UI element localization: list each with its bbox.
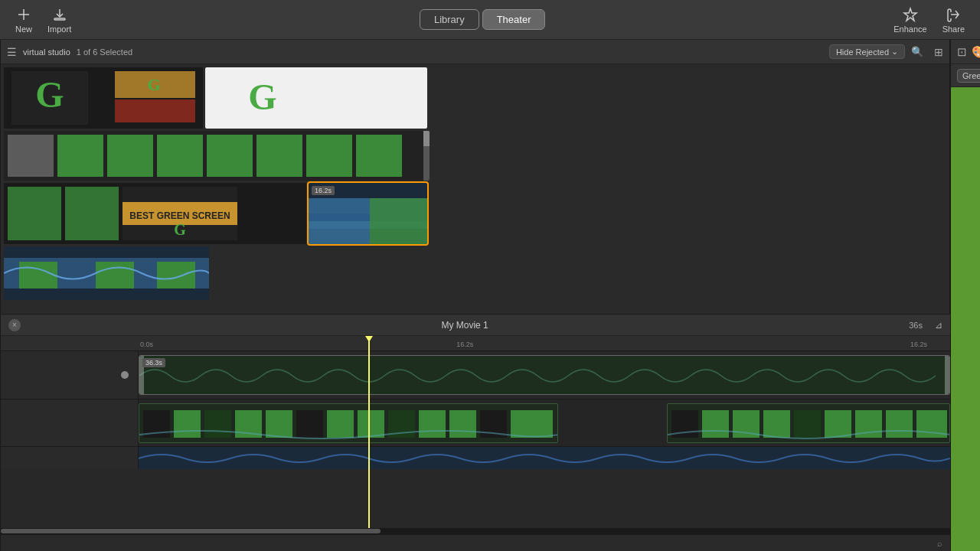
crop-icon[interactable]: ⊡ <box>957 45 967 59</box>
svg-text:G: G <box>248 77 276 117</box>
svg-rect-58 <box>702 410 729 438</box>
track-label-main <box>1 351 139 399</box>
svg-rect-47 <box>266 410 292 438</box>
preview-toolbar: ⊡ 🎨 ◎ ⊞ 📷 🔊 📊 ↺ ⬤ ℹ <box>951 40 980 64</box>
svg-rect-62 <box>825 410 851 438</box>
main-video-clip[interactable]: 36.3s <box>139 355 950 395</box>
audio-track-content <box>139 447 950 469</box>
svg-text:G: G <box>174 221 186 238</box>
list-view-icon[interactable]: ☰ <box>7 46 17 58</box>
playhead-ruler <box>368 336 370 351</box>
svg-rect-16 <box>157 135 203 177</box>
svg-rect-37 <box>19 262 57 289</box>
media-thumb-4[interactable]: BEST GREEN SCREEN G <box>4 183 306 244</box>
svg-rect-49 <box>327 410 354 438</box>
toolbar-left: New Import <box>15 6 71 34</box>
chroma-key-toolbar: Green/Blue Screen ▼ Softness: Clean-up: … <box>951 64 980 87</box>
toolbar-tabs: Library Theater <box>420 9 546 30</box>
ruler-label-end: 16.2s <box>910 341 927 348</box>
media-grid: G G G <box>1 64 949 314</box>
timeline-duration: 36s <box>909 321 923 330</box>
svg-rect-34 <box>370 198 427 244</box>
timeline-tracks[interactable]: 36.3s <box>1 351 950 528</box>
svg-rect-24 <box>8 187 61 240</box>
timeline-close-button[interactable]: × <box>8 319 21 331</box>
media-library-name: virtual studio <box>23 47 70 57</box>
thumb-2-visual: G <box>205 67 427 129</box>
svg-rect-45 <box>204 410 231 438</box>
timestamp-badge: 16.2s <box>312 186 335 195</box>
hide-rejected-button[interactable]: Hide Rejected ⌄ <box>829 44 905 59</box>
svg-rect-15 <box>107 135 153 177</box>
media-row-4 <box>4 246 946 300</box>
enhance-button[interactable]: Enhance <box>893 6 926 34</box>
thumb-1-visual: G G <box>4 67 203 129</box>
svg-rect-38 <box>96 262 134 289</box>
svg-rect-44 <box>174 410 201 438</box>
svg-rect-20 <box>356 135 402 177</box>
thumb-6-visual <box>4 246 209 300</box>
zoom-out-icon[interactable]: ⌕ <box>937 539 942 548</box>
toolbar-right: Enhance Share <box>893 6 965 34</box>
svg-rect-48 <box>296 410 323 438</box>
audio-track <box>1 446 950 469</box>
media-browser: ☰ virtual studio 1 of 6 Selected Hide Re… <box>1 40 950 314</box>
theater-tab[interactable]: Theater <box>482 9 546 30</box>
timeline-ruler: 0.0s 16.2s 16.2s <box>1 336 950 351</box>
media-thumb-3[interactable] <box>4 131 430 181</box>
timeline: × My Movie 1 36s ⊿ 0.0s 16.2s 16.2s <box>1 314 950 551</box>
main-track-content: 36.3s <box>139 351 950 399</box>
gs-clip-2[interactable] <box>667 403 950 443</box>
preview-panel: ⊡ 🎨 ◎ ⊞ 📷 🔊 📊 ↺ ⬤ ℹ Green/Blue Screen ▼ … <box>950 40 980 551</box>
svg-rect-60 <box>763 410 790 438</box>
svg-rect-18 <box>256 135 302 177</box>
timeline-footer: ⌕ <box>1 534 950 551</box>
svg-rect-40 <box>139 356 950 395</box>
svg-rect-9 <box>115 99 195 122</box>
track-label-gs <box>1 399 139 446</box>
preview-video <box>951 87 980 551</box>
screen-mode-select[interactable]: Green/Blue Screen ▼ <box>957 69 980 83</box>
media-toolbar: ☰ virtual studio 1 of 6 Selected Hide Re… <box>1 40 949 64</box>
svg-rect-17 <box>207 135 253 177</box>
expand-icon[interactable]: ⊿ <box>935 320 942 331</box>
svg-rect-64 <box>886 410 913 438</box>
svg-rect-13 <box>8 135 54 177</box>
svg-rect-10 <box>205 67 427 129</box>
thumb-4-visual: BEST GREEN SCREEN G <box>4 183 306 244</box>
main-toolbar: New Import Library Theater Enhance Share <box>0 0 980 40</box>
search-icon[interactable]: 🔍 <box>911 46 923 57</box>
media-thumb-6[interactable] <box>4 246 209 300</box>
scroll-thumb[interactable] <box>1 529 381 533</box>
media-thumb-1[interactable]: G G <box>4 67 203 129</box>
svg-rect-19 <box>306 135 352 177</box>
media-row-1: G G G <box>4 67 946 129</box>
waveform-svg <box>139 356 950 395</box>
gs-clip-2-visual <box>668 404 950 443</box>
svg-rect-50 <box>358 410 384 438</box>
timeline-scrollbar[interactable] <box>1 528 950 534</box>
main-area: Photo Library All Events All Projects Mo… <box>0 40 980 551</box>
svg-rect-2 <box>54 18 65 20</box>
content-area: ☰ virtual studio 1 of 6 Selected Hide Re… <box>1 40 950 551</box>
import-button[interactable]: Import <box>47 6 71 34</box>
track-record-icon <box>121 371 129 379</box>
grid-view-icon[interactable]: ⊞ <box>934 46 943 58</box>
new-button[interactable]: New <box>15 6 32 34</box>
svg-rect-14 <box>57 135 103 177</box>
color-icon[interactable]: 🎨 <box>972 45 980 59</box>
media-thumb-5[interactable]: 16.2s <box>309 183 427 244</box>
gs-clip-1[interactable] <box>139 403 558 443</box>
library-tab[interactable]: Library <box>420 9 479 30</box>
share-button[interactable]: Share <box>942 6 965 34</box>
gs-track-content <box>139 399 950 446</box>
timeline-title: My Movie 1 <box>441 320 488 331</box>
svg-rect-55 <box>511 410 553 438</box>
gs-track <box>1 399 950 446</box>
audio-track-label <box>1 447 139 469</box>
ruler-label-start: 0.0s <box>140 341 153 348</box>
media-thumb-2[interactable]: G <box>205 67 427 129</box>
thumb-3-visual <box>4 131 430 181</box>
clip-handle-right[interactable] <box>945 356 949 394</box>
media-row-2 <box>4 131 946 181</box>
